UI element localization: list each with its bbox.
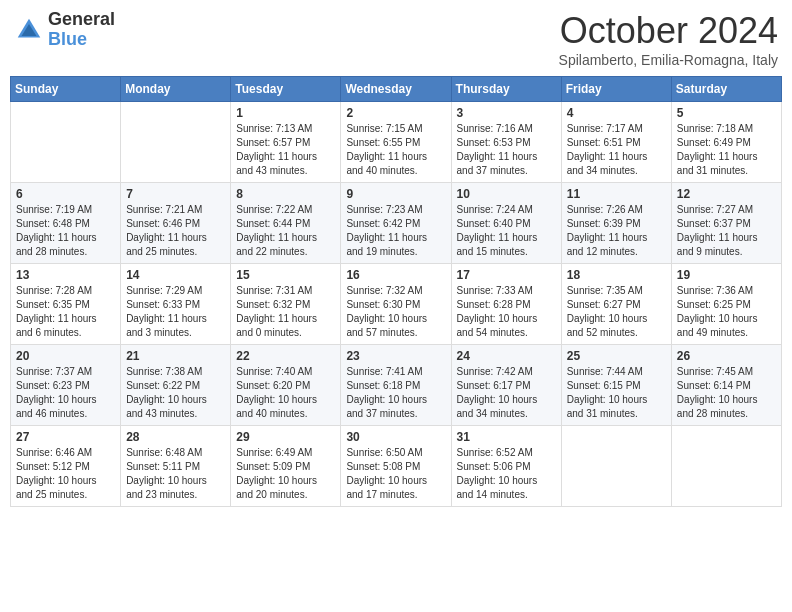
calendar-cell: 28Sunrise: 6:48 AMSunset: 5:11 PMDayligh… xyxy=(121,426,231,507)
day-info: Sunrise: 7:38 AMSunset: 6:22 PMDaylight:… xyxy=(126,365,225,421)
calendar-cell: 15Sunrise: 7:31 AMSunset: 6:32 PMDayligh… xyxy=(231,264,341,345)
calendar-cell: 25Sunrise: 7:44 AMSunset: 6:15 PMDayligh… xyxy=(561,345,671,426)
day-number: 7 xyxy=(126,187,225,201)
day-number: 10 xyxy=(457,187,556,201)
day-number: 12 xyxy=(677,187,776,201)
day-number: 17 xyxy=(457,268,556,282)
calendar-cell: 10Sunrise: 7:24 AMSunset: 6:40 PMDayligh… xyxy=(451,183,561,264)
day-info: Sunrise: 6:49 AMSunset: 5:09 PMDaylight:… xyxy=(236,446,335,502)
calendar-cell: 18Sunrise: 7:35 AMSunset: 6:27 PMDayligh… xyxy=(561,264,671,345)
day-number: 18 xyxy=(567,268,666,282)
day-number: 3 xyxy=(457,106,556,120)
day-info: Sunrise: 6:50 AMSunset: 5:08 PMDaylight:… xyxy=(346,446,445,502)
calendar-cell: 26Sunrise: 7:45 AMSunset: 6:14 PMDayligh… xyxy=(671,345,781,426)
logo-general: General xyxy=(48,10,115,30)
day-info: Sunrise: 7:16 AMSunset: 6:53 PMDaylight:… xyxy=(457,122,556,178)
day-number: 28 xyxy=(126,430,225,444)
calendar-cell: 9Sunrise: 7:23 AMSunset: 6:42 PMDaylight… xyxy=(341,183,451,264)
calendar-cell: 31Sunrise: 6:52 AMSunset: 5:06 PMDayligh… xyxy=(451,426,561,507)
day-number: 8 xyxy=(236,187,335,201)
calendar-week-row: 13Sunrise: 7:28 AMSunset: 6:35 PMDayligh… xyxy=(11,264,782,345)
day-info: Sunrise: 6:52 AMSunset: 5:06 PMDaylight:… xyxy=(457,446,556,502)
calendar-cell: 1Sunrise: 7:13 AMSunset: 6:57 PMDaylight… xyxy=(231,102,341,183)
day-number: 15 xyxy=(236,268,335,282)
day-info: Sunrise: 7:26 AMSunset: 6:39 PMDaylight:… xyxy=(567,203,666,259)
day-number: 19 xyxy=(677,268,776,282)
calendar-cell: 11Sunrise: 7:26 AMSunset: 6:39 PMDayligh… xyxy=(561,183,671,264)
day-number: 31 xyxy=(457,430,556,444)
calendar-header-monday: Monday xyxy=(121,77,231,102)
day-info: Sunrise: 7:13 AMSunset: 6:57 PMDaylight:… xyxy=(236,122,335,178)
calendar-cell: 19Sunrise: 7:36 AMSunset: 6:25 PMDayligh… xyxy=(671,264,781,345)
calendar-cell xyxy=(671,426,781,507)
calendar-cell xyxy=(121,102,231,183)
calendar-cell: 5Sunrise: 7:18 AMSunset: 6:49 PMDaylight… xyxy=(671,102,781,183)
day-info: Sunrise: 7:27 AMSunset: 6:37 PMDaylight:… xyxy=(677,203,776,259)
day-number: 20 xyxy=(16,349,115,363)
day-info: Sunrise: 7:41 AMSunset: 6:18 PMDaylight:… xyxy=(346,365,445,421)
day-info: Sunrise: 7:42 AMSunset: 6:17 PMDaylight:… xyxy=(457,365,556,421)
calendar-cell: 2Sunrise: 7:15 AMSunset: 6:55 PMDaylight… xyxy=(341,102,451,183)
calendar-cell: 6Sunrise: 7:19 AMSunset: 6:48 PMDaylight… xyxy=(11,183,121,264)
calendar-cell: 23Sunrise: 7:41 AMSunset: 6:18 PMDayligh… xyxy=(341,345,451,426)
day-info: Sunrise: 7:23 AMSunset: 6:42 PMDaylight:… xyxy=(346,203,445,259)
calendar-header-thursday: Thursday xyxy=(451,77,561,102)
day-info: Sunrise: 7:15 AMSunset: 6:55 PMDaylight:… xyxy=(346,122,445,178)
day-number: 2 xyxy=(346,106,445,120)
calendar-week-row: 1Sunrise: 7:13 AMSunset: 6:57 PMDaylight… xyxy=(11,102,782,183)
day-number: 24 xyxy=(457,349,556,363)
calendar-week-row: 27Sunrise: 6:46 AMSunset: 5:12 PMDayligh… xyxy=(11,426,782,507)
calendar-cell: 22Sunrise: 7:40 AMSunset: 6:20 PMDayligh… xyxy=(231,345,341,426)
day-info: Sunrise: 7:33 AMSunset: 6:28 PMDaylight:… xyxy=(457,284,556,340)
calendar-header-row: SundayMondayTuesdayWednesdayThursdayFrid… xyxy=(11,77,782,102)
calendar-table: SundayMondayTuesdayWednesdayThursdayFrid… xyxy=(10,76,782,507)
calendar-cell: 13Sunrise: 7:28 AMSunset: 6:35 PMDayligh… xyxy=(11,264,121,345)
day-number: 29 xyxy=(236,430,335,444)
day-number: 25 xyxy=(567,349,666,363)
day-number: 21 xyxy=(126,349,225,363)
calendar-cell: 30Sunrise: 6:50 AMSunset: 5:08 PMDayligh… xyxy=(341,426,451,507)
calendar-cell: 7Sunrise: 7:21 AMSunset: 6:46 PMDaylight… xyxy=(121,183,231,264)
calendar-cell xyxy=(11,102,121,183)
day-info: Sunrise: 7:28 AMSunset: 6:35 PMDaylight:… xyxy=(16,284,115,340)
calendar-header-sunday: Sunday xyxy=(11,77,121,102)
calendar-cell: 3Sunrise: 7:16 AMSunset: 6:53 PMDaylight… xyxy=(451,102,561,183)
day-info: Sunrise: 7:31 AMSunset: 6:32 PMDaylight:… xyxy=(236,284,335,340)
calendar-cell: 14Sunrise: 7:29 AMSunset: 6:33 PMDayligh… xyxy=(121,264,231,345)
calendar-cell: 27Sunrise: 6:46 AMSunset: 5:12 PMDayligh… xyxy=(11,426,121,507)
day-number: 16 xyxy=(346,268,445,282)
day-info: Sunrise: 7:36 AMSunset: 6:25 PMDaylight:… xyxy=(677,284,776,340)
day-number: 13 xyxy=(16,268,115,282)
day-info: Sunrise: 7:40 AMSunset: 6:20 PMDaylight:… xyxy=(236,365,335,421)
logo: General Blue xyxy=(14,10,115,50)
day-info: Sunrise: 7:35 AMSunset: 6:27 PMDaylight:… xyxy=(567,284,666,340)
day-number: 14 xyxy=(126,268,225,282)
day-number: 5 xyxy=(677,106,776,120)
day-number: 9 xyxy=(346,187,445,201)
calendar-cell: 16Sunrise: 7:32 AMSunset: 6:30 PMDayligh… xyxy=(341,264,451,345)
calendar-cell: 4Sunrise: 7:17 AMSunset: 6:51 PMDaylight… xyxy=(561,102,671,183)
day-info: Sunrise: 7:32 AMSunset: 6:30 PMDaylight:… xyxy=(346,284,445,340)
calendar-cell xyxy=(561,426,671,507)
calendar-cell: 29Sunrise: 6:49 AMSunset: 5:09 PMDayligh… xyxy=(231,426,341,507)
day-number: 26 xyxy=(677,349,776,363)
calendar-week-row: 6Sunrise: 7:19 AMSunset: 6:48 PMDaylight… xyxy=(11,183,782,264)
day-number: 27 xyxy=(16,430,115,444)
day-info: Sunrise: 7:18 AMSunset: 6:49 PMDaylight:… xyxy=(677,122,776,178)
day-info: Sunrise: 7:44 AMSunset: 6:15 PMDaylight:… xyxy=(567,365,666,421)
day-info: Sunrise: 7:37 AMSunset: 6:23 PMDaylight:… xyxy=(16,365,115,421)
calendar-cell: 24Sunrise: 7:42 AMSunset: 6:17 PMDayligh… xyxy=(451,345,561,426)
day-info: Sunrise: 6:48 AMSunset: 5:11 PMDaylight:… xyxy=(126,446,225,502)
day-number: 30 xyxy=(346,430,445,444)
title-block: October 2024 Spilamberto, Emilia-Romagna… xyxy=(559,10,778,68)
day-info: Sunrise: 7:45 AMSunset: 6:14 PMDaylight:… xyxy=(677,365,776,421)
calendar-cell: 20Sunrise: 7:37 AMSunset: 6:23 PMDayligh… xyxy=(11,345,121,426)
day-number: 1 xyxy=(236,106,335,120)
day-info: Sunrise: 7:24 AMSunset: 6:40 PMDaylight:… xyxy=(457,203,556,259)
day-number: 11 xyxy=(567,187,666,201)
calendar-cell: 8Sunrise: 7:22 AMSunset: 6:44 PMDaylight… xyxy=(231,183,341,264)
day-info: Sunrise: 7:17 AMSunset: 6:51 PMDaylight:… xyxy=(567,122,666,178)
calendar-header-friday: Friday xyxy=(561,77,671,102)
logo-blue: Blue xyxy=(48,30,115,50)
day-number: 22 xyxy=(236,349,335,363)
